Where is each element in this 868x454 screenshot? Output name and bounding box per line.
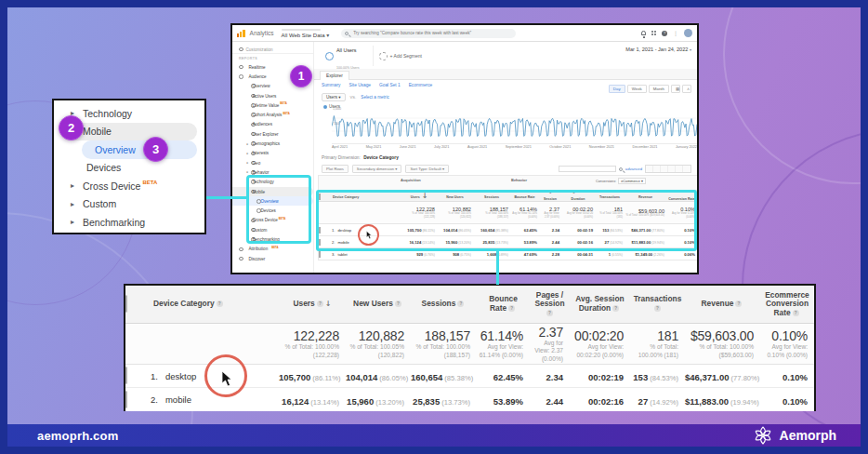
day-button[interactable]: Day	[609, 85, 625, 93]
advanced-search-link[interactable]: advanced	[625, 167, 642, 171]
user-avatar[interactable]	[684, 29, 692, 37]
sidebar-item[interactable]: Audiences	[232, 120, 313, 129]
plot-rows-button[interactable]: Plot Rows	[322, 165, 349, 173]
table-search-input[interactable]	[559, 166, 616, 172]
callout-menu-item[interactable]: ▸ Benchmarking	[61, 213, 197, 232]
tab-explorer[interactable]: Explorer	[320, 71, 349, 80]
chart-type-icon[interactable]: ▦	[671, 85, 680, 93]
sidebar-item-label: Realtime	[249, 65, 266, 70]
add-segment-button[interactable]: + Add Segment	[373, 46, 427, 66]
explorer-link[interactable]: Ecommerce	[409, 83, 433, 87]
column-header[interactable]: Transactions?	[630, 295, 685, 313]
select-all-checkbox[interactable]	[125, 295, 127, 313]
product-name: Analytics	[250, 30, 274, 36]
report-tab-strip: Explorer	[314, 69, 697, 80]
row-checkbox[interactable]	[125, 367, 127, 384]
segment-circle-icon	[325, 52, 334, 60]
explorer-links: SummarySite UsageGoal Set 1Ecommerce	[322, 83, 432, 87]
callout-menu-item[interactable]: ▸ Custom	[61, 195, 197, 214]
notifications-bell-icon[interactable]	[641, 31, 646, 35]
callout-menu-item[interactable]: Devices	[61, 159, 197, 178]
month-label: June 2021	[400, 145, 416, 149]
sidebar-item[interactable]: ▸ Demographics	[232, 139, 313, 148]
sidebar-highlight-box	[246, 175, 311, 244]
sidebar-item-label: Active Users	[253, 94, 277, 99]
account-switcher[interactable]: All Web Site Data ▾	[282, 29, 330, 38]
beta-badge: BETA	[283, 112, 289, 115]
compare-icon[interactable]: ⋏	[682, 85, 691, 93]
sidebar-item[interactable]: ▸ Geo	[232, 158, 313, 167]
search-input[interactable]	[351, 30, 512, 36]
month-label: January 2022	[676, 145, 697, 149]
callout-menu-item[interactable]: ▸ Cross Device BETA	[61, 177, 197, 195]
footer-url[interactable]: aemoprh.com	[37, 429, 118, 443]
column-header[interactable]: New Users?	[346, 300, 411, 309]
help-icon: ?	[395, 300, 401, 307]
help-icon: ?	[217, 300, 223, 307]
month-label: December 2021	[632, 145, 657, 149]
expander-arrow-icon: ▸	[71, 181, 83, 190]
month-label: November 2021	[589, 145, 614, 149]
sidebar-item[interactable]: User Explorer	[232, 129, 313, 139]
apps-grid-icon[interactable]	[651, 31, 656, 35]
more-options-icon[interactable]: ⋮	[673, 31, 678, 36]
callout-menu-item[interactable]: Overview	[82, 140, 197, 159]
callout-menu-item[interactable]: ▸ Technology	[61, 104, 197, 123]
connector-line-horizontal	[206, 196, 247, 199]
column-header[interactable]: Bounce Rate?	[477, 295, 530, 313]
secondary-dimension-dropdown[interactable]: Secondary dimension ▾	[352, 165, 402, 173]
date-range-picker[interactable]: Mar 1, 2021 - Jan 24, 2022 ▾	[625, 47, 691, 52]
sidebar-item-label: Geo	[253, 161, 261, 166]
brand-name: Aemorph	[780, 428, 836, 443]
ga-search-bar[interactable]	[341, 29, 516, 38]
expander-arrow-icon: ▸	[71, 218, 83, 226]
help-icon[interactable]: ?	[662, 31, 667, 36]
sidebar-item[interactable]: Active Users	[232, 91, 313, 100]
background-swirl	[723, 7, 861, 184]
search-icon	[345, 32, 349, 35]
topbar-actions: ? ⋮	[641, 29, 692, 37]
help-icon: ?	[457, 300, 464, 307]
sidebar-item[interactable]: Lifetime Value BETA	[232, 100, 313, 110]
column-header[interactable]: Users?↓	[279, 300, 346, 309]
ga-top-bar: Analytics All Web Site Data ▾ ? ⋮	[232, 25, 697, 42]
caret-down-icon: ▾	[690, 47, 691, 52]
all-users-segment[interactable]: All Users 100.00% Users	[320, 46, 365, 66]
help-icon: ?	[612, 305, 619, 312]
column-header[interactable]: Ecommerce Conversion Rate?	[760, 291, 814, 318]
caret-down-icon: ▾	[326, 32, 329, 38]
sidebar-item[interactable]: Cohort Analysis BETA	[232, 110, 313, 119]
column-header[interactable]: Pages / Session?	[530, 291, 570, 318]
infographic-canvas: aemoprh.com Aemorph	[0, 0, 868, 454]
sidebar-item-icon	[239, 257, 243, 261]
property-name: All Web Site Data	[282, 33, 325, 38]
column-header[interactable]: Revenue?	[685, 300, 760, 309]
explorer-link[interactable]: Goal Set 1	[379, 83, 401, 87]
metric-dropdown[interactable]: Users ▾	[322, 93, 346, 101]
conversions-dropdown[interactable]: eCommerce ▾	[618, 178, 646, 184]
column-header[interactable]: Sessions?	[411, 300, 477, 309]
sidebar-item-label: Overview	[253, 84, 270, 88]
sidebar-item-label: Audiences	[253, 122, 272, 127]
sidebar-item[interactable]: Attribution BETA	[232, 245, 313, 254]
dimension-value[interactable]: Device Category	[363, 155, 399, 160]
month-button[interactable]: Month	[649, 85, 669, 93]
totals-ecr: 0.10%Avg for View: 0.10% (0.00%)	[760, 328, 814, 358]
table-toolbar: Plot Rows Secondary dimension ▾ Sort Typ…	[322, 164, 691, 174]
beta-badge: BETA	[142, 180, 157, 185]
row-checkbox[interactable]	[319, 251, 321, 258]
sidebar-item-customization[interactable]: Customization	[232, 46, 313, 54]
select-metric-link[interactable]: Select a metric	[361, 95, 388, 100]
table-view-icons[interactable]	[645, 165, 691, 173]
column-header[interactable]: Avg. Session Duration?	[570, 295, 630, 313]
sidebar-item-label: Audience	[249, 74, 267, 79]
explorer-link[interactable]: Site Usage	[349, 83, 371, 87]
row-checkbox[interactable]	[125, 391, 127, 408]
sidebar-item[interactable]: Discover	[232, 254, 313, 263]
explorer-link[interactable]: Summary	[322, 83, 341, 87]
sidebar-item[interactable]: ▸ Interests	[232, 149, 313, 158]
sidebar-item-label: Interests	[253, 151, 270, 155]
week-button[interactable]: Week	[627, 85, 647, 93]
column-header[interactable]: Device Category?	[151, 300, 279, 309]
totals-users: 122,228% of Total: 100.00% (122,228)	[279, 328, 346, 358]
